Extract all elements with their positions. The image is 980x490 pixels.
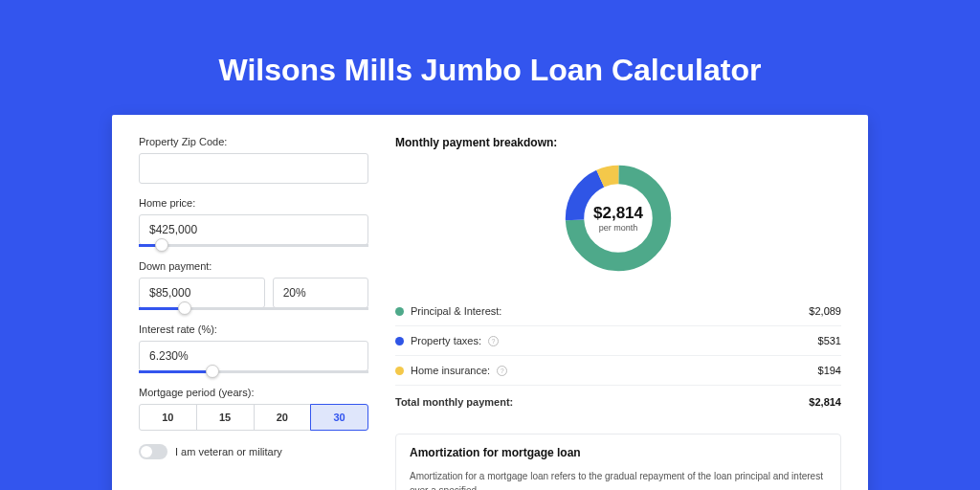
rate-field: Interest rate (%): bbox=[139, 323, 368, 373]
amortization-text: Amortization for a mortgage loan refers … bbox=[410, 469, 827, 490]
zip-label: Property Zip Code: bbox=[139, 136, 368, 147]
period-label: Mortgage period (years): bbox=[139, 387, 368, 398]
period-field: Mortgage period (years): 10152030 bbox=[139, 387, 368, 431]
down-slider-thumb[interactable] bbox=[178, 301, 191, 315]
form-panel: Property Zip Code: Home price: Down paym… bbox=[139, 136, 368, 490]
calculator-card: Property Zip Code: Home price: Down paym… bbox=[112, 115, 868, 490]
toggle-knob bbox=[141, 446, 152, 457]
legend-value: $2,089 bbox=[809, 305, 841, 317]
legend-dot bbox=[395, 337, 404, 345]
donut-amount: $2,814 bbox=[593, 204, 643, 223]
legend-value: $194 bbox=[818, 365, 841, 376]
veteran-row: I am veteran or military bbox=[139, 444, 368, 459]
veteran-toggle[interactable] bbox=[139, 444, 167, 459]
price-slider[interactable] bbox=[139, 244, 368, 247]
page-root: Wilsons Mills Jumbo Loan Calculator Prop… bbox=[0, 0, 980, 490]
legend-label: Principal & Interest: bbox=[411, 305, 501, 317]
info-icon[interactable]: ? bbox=[488, 336, 499, 346]
price-input[interactable] bbox=[139, 214, 368, 245]
legend-row: Home insurance:?$194 bbox=[395, 355, 841, 385]
breakdown-title: Monthly payment breakdown: bbox=[395, 136, 841, 149]
down-slider[interactable] bbox=[139, 307, 368, 310]
legend-dot bbox=[395, 367, 404, 375]
zip-input[interactable] bbox=[139, 153, 368, 184]
breakdown-panel: Monthly payment breakdown: $2,814 per mo… bbox=[395, 136, 841, 490]
period-button-20[interactable]: 20 bbox=[254, 404, 312, 431]
legend-row: Principal & Interest:$2,089 bbox=[395, 297, 841, 325]
rate-input[interactable] bbox=[139, 341, 368, 371]
legend: Principal & Interest:$2,089Property taxe… bbox=[395, 297, 841, 385]
rate-label: Interest rate (%): bbox=[139, 323, 368, 335]
period-group: 10152030 bbox=[139, 404, 368, 431]
legend-label: Property taxes: bbox=[411, 335, 481, 346]
total-value: $2,814 bbox=[809, 396, 841, 408]
period-button-30[interactable]: 30 bbox=[310, 404, 368, 431]
period-button-10[interactable]: 10 bbox=[139, 404, 197, 431]
period-button-15[interactable]: 15 bbox=[196, 404, 255, 431]
down-percent-input[interactable] bbox=[273, 278, 368, 308]
info-icon[interactable]: ? bbox=[497, 366, 507, 376]
veteran-label: I am veteran or military bbox=[175, 446, 282, 457]
legend-value: $531 bbox=[818, 335, 841, 346]
legend-row: Property taxes:?$531 bbox=[395, 325, 841, 355]
down-label: Down payment: bbox=[139, 260, 368, 272]
price-slider-thumb[interactable] bbox=[155, 238, 168, 252]
amortization-title: Amortization for mortgage loan bbox=[410, 446, 827, 459]
donut-chart: $2,814 per month bbox=[561, 161, 676, 276]
price-label: Home price: bbox=[139, 197, 368, 209]
down-amount-input[interactable] bbox=[139, 278, 265, 308]
price-field: Home price: bbox=[139, 197, 368, 247]
rate-slider[interactable] bbox=[139, 370, 368, 373]
total-label: Total monthly payment: bbox=[395, 396, 513, 408]
legend-total-row: Total monthly payment: $2,814 bbox=[395, 385, 841, 416]
legend-dot bbox=[395, 307, 404, 316]
donut-sub: per month bbox=[599, 223, 638, 233]
down-field: Down payment: bbox=[139, 260, 368, 310]
amortization-card: Amortization for mortgage loan Amortizat… bbox=[395, 434, 841, 490]
rate-slider-thumb[interactable] bbox=[206, 365, 219, 378]
legend-label: Home insurance: bbox=[411, 365, 490, 376]
page-title: Wilsons Mills Jumbo Loan Calculator bbox=[0, 53, 980, 88]
donut-center: $2,814 per month bbox=[561, 161, 676, 276]
donut-wrap: $2,814 per month bbox=[395, 161, 841, 276]
zip-field: Property Zip Code: bbox=[139, 136, 368, 184]
